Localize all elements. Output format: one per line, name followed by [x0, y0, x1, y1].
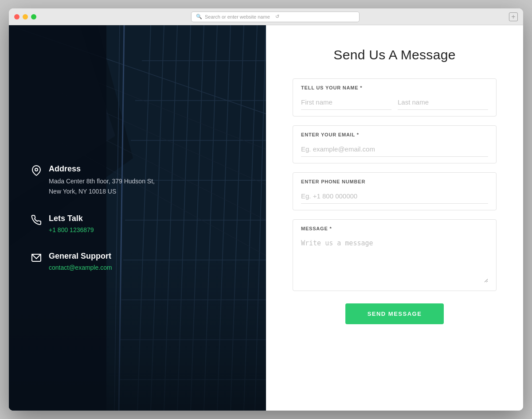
support-title: General Support — [49, 252, 112, 261]
name-form-group: TELL US YOUR NAME * — [293, 78, 497, 116]
name-label: TELL US YOUR NAME * — [301, 85, 488, 90]
phone-icon — [31, 215, 42, 225]
phone-text-block: Lets Talk +1 800 1236879 — [49, 214, 94, 234]
support-email[interactable]: contact@example.com — [49, 264, 112, 271]
phone-info-item: Lets Talk +1 800 1236879 — [31, 214, 244, 234]
address-line1: Mada Center 8th floor, 379 Hudson St, — [49, 176, 155, 186]
phone-input[interactable] — [301, 189, 488, 204]
email-label: ENTER YOUR EMAIL * — [301, 132, 488, 137]
address-info-item: Address Mada Center 8th floor, 379 Hudso… — [31, 164, 244, 196]
last-name-input[interactable] — [398, 95, 488, 110]
browser-minimize-button[interactable] — [23, 14, 28, 19]
address-title: Address — [49, 164, 155, 174]
content-area: Address Mada Center 8th floor, 379 Hudso… — [9, 25, 523, 411]
phone-label: ENTER PHONE NUMBER — [301, 179, 488, 184]
new-tab-button[interactable]: + — [509, 12, 518, 21]
form-title: Send Us A Message — [293, 47, 497, 62]
message-textarea[interactable] — [301, 236, 488, 283]
search-icon: 🔍 — [196, 14, 202, 19]
left-panel: Address Mada Center 8th floor, 379 Hudso… — [9, 25, 266, 411]
message-label: MESSAGE * — [301, 226, 488, 231]
reload-icon: ↺ — [275, 14, 279, 19]
email-input[interactable] — [301, 142, 488, 157]
message-form-group: MESSAGE * — [293, 219, 497, 291]
phone-form-group: ENTER PHONE NUMBER — [293, 172, 497, 210]
email-form-group: ENTER YOUR EMAIL * — [293, 125, 497, 163]
browser-close-button[interactable] — [14, 14, 20, 19]
email-info-item: General Support contact@example.com — [31, 252, 244, 272]
address-line2: New York, NY 10018 US — [49, 186, 155, 196]
address-input-bar[interactable]: 🔍 Search or enter website name ↺ — [191, 12, 360, 22]
support-text-block: General Support contact@example.com — [49, 252, 112, 272]
browser-titlebar: 🔍 Search or enter website name ↺ + — [9, 8, 523, 25]
phone-number[interactable]: +1 800 1236879 — [49, 226, 94, 233]
right-panel: Send Us A Message TELL US YOUR NAME * EN… — [266, 25, 523, 411]
first-name-input[interactable] — [301, 95, 391, 110]
svg-point-31 — [35, 168, 38, 171]
address-text-block: Address Mada Center 8th floor, 379 Hudso… — [49, 164, 155, 196]
browser-window: 🔍 Search or enter website name ↺ + — [9, 8, 523, 411]
browser-buttons — [14, 14, 36, 19]
address-text: Search or enter website name — [205, 14, 270, 19]
phone-title: Lets Talk — [49, 214, 94, 223]
left-content: Address Mada Center 8th floor, 379 Hudso… — [9, 25, 266, 411]
email-icon — [31, 252, 42, 263]
location-icon — [31, 165, 42, 176]
send-message-button[interactable]: SEND MESSAGE — [345, 303, 444, 324]
name-fields-container — [301, 95, 488, 110]
browser-maximize-button[interactable] — [31, 14, 36, 19]
browser-addressbar: 🔍 Search or enter website name ↺ — [42, 12, 509, 22]
